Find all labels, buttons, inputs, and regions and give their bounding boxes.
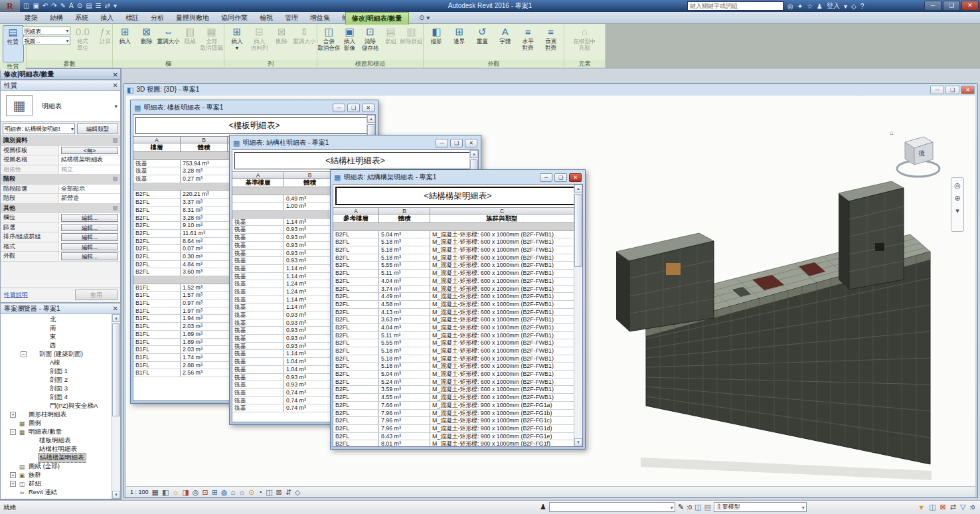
- viewcube[interactable]: 後 ⌂: [895, 130, 941, 182]
- schedule-row[interactable]: B2FL 7.66 m³ M_混凝土-矩形樑: 900 x 1000mm (B2…: [333, 402, 574, 410]
- column-header[interactable]: 體積: [379, 214, 430, 222]
- ribbon-button[interactable]: ⊞ 插入: [115, 25, 135, 44]
- ribbon-tab[interactable]: 插入: [94, 12, 120, 24]
- tree-expander-icon[interactable]: [21, 455, 27, 461]
- view-control-icon[interactable]: ▦: [152, 487, 159, 497]
- column-header[interactable]: 體積: [181, 143, 228, 151]
- ribbon-tab[interactable]: 建築: [19, 12, 44, 24]
- schedule-row[interactable]: [333, 223, 574, 231]
- properties-help-link[interactable]: 性質說明: [4, 291, 28, 300]
- schedule-row[interactable]: B2FL 8.01 m³ M_混凝土-矩形樑: 900 x 1000mm (B2…: [333, 440, 574, 447]
- tree-expander-icon[interactable]: −: [10, 429, 16, 435]
- schedule-row[interactable]: B2FL 4.58 m³ M_混凝土-矩形樑: 600 x 1000mm (B2…: [333, 301, 574, 309]
- app-exchange-icon[interactable]: ◇: [851, 3, 857, 10]
- schedule-window-framing[interactable]: ▦ 明細表: 結構構架明細表 - 專案1 ─ ❏ ✕ <結構構架明細表> ABC…: [330, 169, 586, 450]
- view-control-icon[interactable]: ⌂: [231, 487, 236, 497]
- tree-item[interactable]: 南: [1, 324, 120, 333]
- tree-expander-icon[interactable]: [31, 360, 37, 366]
- ribbon-button[interactable]: ⌂ 在模型中 亮顯: [574, 25, 596, 51]
- ribbon-button[interactable]: ◫ 合併 取消合併: [319, 25, 339, 51]
- browser-scrollbar[interactable]: ▲ ▼: [112, 314, 120, 499]
- tree-expander-icon[interactable]: [31, 369, 37, 375]
- scroll-up-icon[interactable]: ▲: [470, 150, 478, 158]
- view-control-icon[interactable]: ⇵: [286, 487, 291, 497]
- minimize-button[interactable]: ─: [436, 139, 448, 147]
- column-letter[interactable]: C: [430, 208, 574, 214]
- schedule-row[interactable]: B2FL 5.18 m³ M_混凝土-矩形樑: 600 x 1000mm (B2…: [333, 238, 574, 246]
- tree-item[interactable]: 結構構架明細表: [1, 454, 120, 462]
- navigation-bar[interactable]: ◎ ⊕ ▾: [951, 177, 964, 232]
- ribbon-tab[interactable]: 結構: [44, 12, 69, 24]
- tree-expander-icon[interactable]: +: [10, 412, 16, 418]
- tree-expander-icon[interactable]: [31, 377, 37, 383]
- favorites-star-icon[interactable]: ☆: [807, 3, 813, 10]
- ribbon-button[interactable]: ⊠ 刪除: [272, 25, 293, 44]
- property-value[interactable]: 編輯...: [61, 243, 118, 251]
- column-letter[interactable]: B: [181, 137, 228, 143]
- view-scale[interactable]: 1 : 100: [130, 489, 149, 495]
- app-close-button[interactable]: ✕: [961, 1, 979, 11]
- quick-access-icon[interactable]: ▣: [32, 1, 39, 11]
- tree-item[interactable]: 門(PZ)與安全梯A: [1, 402, 120, 410]
- dropdown-arrow-icon[interactable]: ▾: [844, 3, 847, 10]
- window-titlebar[interactable]: ▦ 明細表: 結構構架明細表 - 專案1 ─ ❏ ✕: [332, 171, 584, 183]
- schedule-row[interactable]: B2FL 4.49 m³ M_混凝土-矩形樑: 600 x 1000mm (B2…: [333, 293, 574, 301]
- schedule-row[interactable]: B2FL 4.04 m³ M_混凝土-矩形樑: 600 x 1000mm (B2…: [333, 278, 574, 286]
- navbar-more-icon[interactable]: ▾: [955, 207, 959, 215]
- ribbon-button[interactable]: ⊞ 邊界: [449, 25, 471, 44]
- properties-button[interactable]: ▤ 性質: [3, 25, 24, 62]
- exclude-icon[interactable]: ⊠: [940, 503, 946, 511]
- close-icon[interactable]: ✕: [113, 303, 118, 313]
- column-letter[interactable]: B: [284, 172, 336, 178]
- view-control-icon[interactable]: ◎: [193, 487, 199, 497]
- quick-access-icon[interactable]: ↷: [50, 1, 57, 11]
- schedule-row[interactable]: B2FL 5.18 m³ M_混凝土-矩形樑: 600 x 1000mm (B2…: [333, 355, 574, 363]
- ribbon-tab[interactable]: 檢視: [254, 12, 279, 24]
- tree-expander-icon[interactable]: [31, 343, 37, 349]
- ribbon-tab[interactable]: 量體與敷地: [170, 12, 215, 24]
- view-dropdown[interactable]: 視圖...: [23, 37, 70, 45]
- ribbon-button[interactable]: ↺ 重置: [471, 25, 493, 44]
- window-titlebar[interactable]: ▦ 明細表: 結構柱明細表 - 專案1 ─ ❏ ✕: [231, 137, 479, 149]
- zoom-icon[interactable]: ⊕: [954, 194, 960, 203]
- ribbon-tab[interactable]: 協同作業: [215, 12, 254, 24]
- ribbon-button[interactable]: ≡ 垂直 對齊: [540, 25, 562, 51]
- search-icon[interactable]: ◎: [787, 3, 793, 10]
- tree-item[interactable]: 剖面 4: [1, 393, 120, 402]
- column-letter[interactable]: A: [232, 172, 284, 178]
- scroll-up-icon[interactable]: ▲: [574, 185, 582, 193]
- contextual-tab[interactable]: 修改|明細表/數量: [345, 12, 409, 25]
- search-input[interactable]: [687, 1, 783, 11]
- quick-access-icon[interactable]: ↶: [42, 1, 48, 11]
- property-value[interactable]: 結構構架明細表: [59, 155, 120, 165]
- tree-item[interactable]: + ▣ 族群: [1, 471, 120, 479]
- view3d-titlebar[interactable]: ◧ 3D 視圖: {3D} - 專案1 ─ ❏ ✕: [124, 84, 977, 96]
- property-value[interactable]: 編輯...: [61, 252, 118, 260]
- tree-expander-icon[interactable]: [31, 403, 37, 409]
- quick-access-icon[interactable]: ⇄: [104, 1, 111, 11]
- schedule-row[interactable]: B2FL 4.04 m³ M_混凝土-矩形樑: 600 x 1000mm (B2…: [333, 324, 574, 332]
- tree-expander-icon[interactable]: [31, 334, 37, 340]
- view-control-icon[interactable]: ☼: [172, 487, 179, 497]
- schedule-row[interactable]: B2FL 5.18 m³ M_混凝土-矩形樑: 600 x 1000mm (B2…: [333, 254, 574, 262]
- tree-expander-icon[interactable]: [10, 420, 16, 426]
- ribbon-tab[interactable]: 分析: [145, 12, 170, 24]
- schedule-row[interactable]: B2FL 5.18 m³ M_混凝土-矩形樑: 600 x 1000mm (B2…: [333, 246, 574, 254]
- quick-access-icon[interactable]: ◫: [23, 1, 30, 11]
- ribbon-tab[interactable]: 系統: [69, 12, 94, 24]
- property-value[interactable]: 編輯...: [61, 233, 118, 241]
- column-header[interactable]: 參考樓層: [333, 214, 379, 222]
- schedule-row[interactable]: B2FL 4.55 m³ M_混凝土-矩形樑: 600 x 1000mm (B2…: [333, 394, 574, 402]
- tree-item[interactable]: 剖面 1: [1, 367, 120, 376]
- apply-button[interactable]: 套用: [75, 290, 118, 300]
- tree-expander-icon[interactable]: [10, 464, 16, 470]
- view-control-icon[interactable]: ◨: [182, 487, 189, 497]
- close-button[interactable]: ✕: [465, 139, 477, 147]
- scroll-down-icon[interactable]: ▼: [112, 491, 120, 499]
- tree-item[interactable]: 北: [1, 315, 120, 324]
- property-value[interactable]: 全部顯示: [59, 185, 120, 194]
- view-control-icon[interactable]: ⊙: [248, 487, 254, 497]
- ribbon-button[interactable]: ▥ 隱藏: [180, 25, 201, 44]
- editable-only-icon[interactable]: ✎: [678, 503, 684, 511]
- tree-item[interactable]: ∞ Revit 連結: [1, 488, 120, 497]
